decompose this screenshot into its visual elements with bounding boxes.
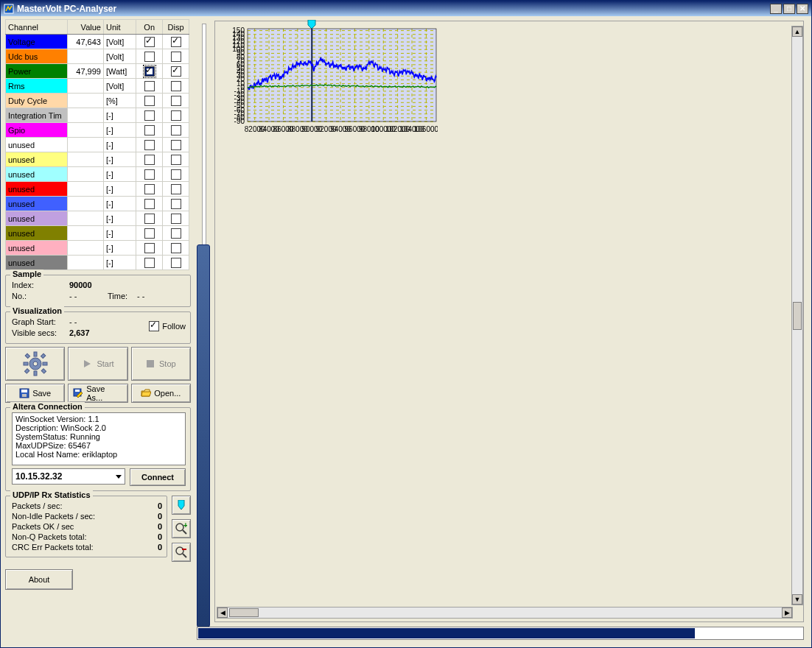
- channel-on-checkbox[interactable]: [144, 52, 155, 62]
- zoom-in-button[interactable]: +: [172, 519, 191, 538]
- col-value[interactable]: Value: [68, 20, 104, 35]
- channel-disp-checkbox[interactable]: [171, 243, 181, 253]
- channel-row[interactable]: Gpio[-]: [6, 123, 189, 138]
- settings-button[interactable]: [5, 347, 65, 381]
- channel-disp-checkbox[interactable]: [171, 199, 181, 209]
- channel-disp-checkbox[interactable]: [171, 66, 181, 77]
- channel-name[interactable]: Duty Cycle: [6, 94, 68, 108]
- maximize-button[interactable]: □: [783, 4, 795, 14]
- channel-table[interactable]: Channel Value Unit On Disp Voltage47,643…: [5, 19, 189, 270]
- channel-on-checkbox[interactable]: [144, 110, 155, 121]
- channel-row[interactable]: unused[-]: [6, 197, 189, 211]
- minimize-button[interactable]: _: [770, 4, 782, 14]
- channel-row[interactable]: unused[-]: [6, 167, 189, 182]
- channel-row[interactable]: Duty Cycle[%]: [6, 94, 189, 108]
- channel-unit: [-]: [103, 152, 136, 167]
- channel-disp-checkbox[interactable]: [171, 214, 181, 224]
- stop-button[interactable]: Stop: [131, 347, 191, 381]
- channel-on-checkbox[interactable]: [144, 214, 155, 224]
- zoom-out-button[interactable]: [172, 543, 191, 562]
- channel-disp-checkbox[interactable]: [171, 169, 181, 180]
- col-on[interactable]: On: [136, 20, 163, 35]
- channel-name[interactable]: Rms: [6, 79, 68, 94]
- chart-vertical-scrollbar[interactable]: ▲ ▼: [791, 26, 803, 605]
- svg-rect-14: [22, 394, 27, 397]
- channel-disp-checkbox[interactable]: [171, 258, 181, 268]
- channel-name[interactable]: unused: [6, 256, 68, 270]
- channel-disp-checkbox[interactable]: [171, 140, 181, 150]
- channel-row[interactable]: unused[-]: [6, 138, 189, 152]
- channel-on-checkbox[interactable]: [144, 125, 155, 135]
- channel-disp-checkbox[interactable]: [171, 96, 181, 106]
- channel-on-checkbox[interactable]: [144, 155, 155, 165]
- col-disp[interactable]: Disp: [163, 20, 189, 35]
- channel-unit: [-]: [103, 226, 136, 241]
- channel-unit: [-]: [103, 138, 136, 152]
- chart-plot[interactable]: -90-80-70-60-50-40-30-20-100102030405060…: [217, 26, 438, 136]
- channel-row[interactable]: Voltage47,643[Volt]: [6, 35, 189, 49]
- channel-row[interactable]: unused[-]: [6, 241, 189, 256]
- channel-on-checkbox[interactable]: [144, 96, 155, 106]
- channel-on-checkbox[interactable]: [144, 228, 155, 239]
- channel-disp-checkbox[interactable]: [171, 52, 181, 62]
- channel-name[interactable]: unused: [6, 182, 68, 197]
- col-unit[interactable]: Unit: [103, 20, 136, 35]
- channel-name[interactable]: unused: [6, 241, 68, 256]
- altera-log[interactable]: WinSocket Version: 1.1Description: WinSo…: [12, 412, 186, 465]
- channel-row[interactable]: Udc bus[Volt]: [6, 49, 189, 64]
- channel-name[interactable]: Integration Tim: [6, 108, 68, 123]
- timeline-progress-bar[interactable]: [197, 627, 804, 640]
- channel-disp-checkbox[interactable]: [171, 125, 181, 135]
- channel-disp-checkbox[interactable]: [171, 155, 181, 165]
- svg-line-21: [183, 554, 186, 557]
- channel-row[interactable]: Integration Tim[-]: [6, 108, 189, 123]
- start-button[interactable]: Start: [68, 347, 127, 381]
- chart-area[interactable]: -90-80-70-60-50-40-30-20-100102030405060…: [214, 21, 804, 622]
- channel-disp-checkbox[interactable]: [171, 81, 181, 91]
- connect-button[interactable]: Connect: [130, 468, 186, 486]
- chart-horizontal-scrollbar[interactable]: ◀ ▶: [217, 607, 793, 619]
- channel-name[interactable]: unused: [6, 167, 68, 182]
- channel-name[interactable]: Voltage: [6, 35, 68, 49]
- close-button[interactable]: ✕: [797, 4, 808, 14]
- channel-on-checkbox[interactable]: [144, 169, 155, 180]
- channel-on-checkbox[interactable]: [144, 258, 155, 268]
- channel-row[interactable]: unused[-]: [6, 182, 189, 197]
- channel-row[interactable]: Power47,999[Watt]: [6, 64, 189, 79]
- channel-on-checkbox[interactable]: [144, 37, 155, 47]
- channel-on-checkbox[interactable]: [144, 81, 155, 91]
- channel-on-checkbox[interactable]: [144, 66, 155, 77]
- svg-rect-10: [24, 369, 29, 373]
- follow-checkbox[interactable]: [149, 321, 159, 331]
- channel-disp-checkbox[interactable]: [171, 184, 181, 194]
- channel-row[interactable]: unused[-]: [6, 152, 189, 167]
- channel-name[interactable]: Power: [6, 64, 68, 79]
- channel-row[interactable]: unused[-]: [6, 226, 189, 241]
- open-button[interactable]: Open...: [131, 384, 191, 403]
- app-icon: [4, 4, 14, 14]
- channel-name[interactable]: unused: [6, 197, 68, 211]
- ip-combo[interactable]: 10.15.32.32: [12, 468, 125, 485]
- channel-on-checkbox[interactable]: [144, 243, 155, 253]
- channel-name[interactable]: Udc bus: [6, 49, 68, 64]
- channel-name[interactable]: unused: [6, 152, 68, 167]
- channel-on-checkbox[interactable]: [144, 199, 155, 209]
- save-as-button[interactable]: Save As...: [68, 384, 127, 403]
- channel-disp-checkbox[interactable]: [171, 110, 181, 121]
- channel-row[interactable]: unused[-]: [6, 256, 189, 270]
- channel-name[interactable]: unused: [6, 211, 68, 226]
- channel-disp-checkbox[interactable]: [171, 228, 181, 239]
- channel-row[interactable]: unused[-]: [6, 211, 189, 226]
- channel-row[interactable]: Rms[Volt]: [6, 79, 189, 94]
- vertical-range-slider[interactable]: [197, 24, 210, 578]
- channel-disp-checkbox[interactable]: [171, 37, 181, 47]
- col-channel[interactable]: Channel: [6, 20, 68, 35]
- channel-on-checkbox[interactable]: [144, 184, 155, 194]
- about-button[interactable]: About: [5, 569, 73, 590]
- channel-on-checkbox[interactable]: [144, 140, 155, 150]
- channel-name[interactable]: unused: [6, 138, 68, 152]
- channel-name[interactable]: unused: [6, 226, 68, 241]
- save-button[interactable]: Save: [5, 384, 65, 403]
- channel-name[interactable]: Gpio: [6, 123, 68, 138]
- cursor-marker-button[interactable]: [172, 496, 191, 515]
